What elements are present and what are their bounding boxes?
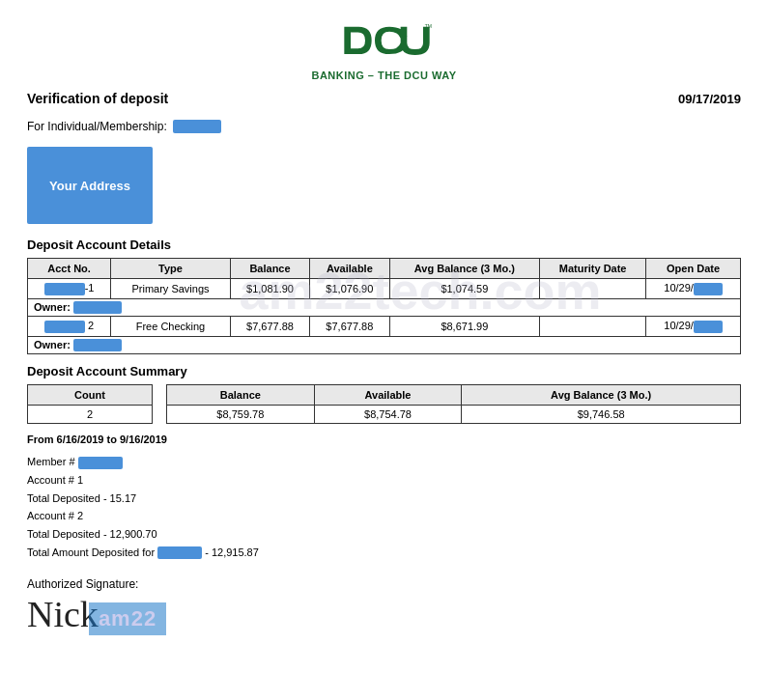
table-row: 2 Free Checking $7,677.88 $7,677.88 $8,6… — [28, 317, 741, 337]
logo-tagline: BANKING – THE DCU WAY — [311, 70, 456, 81]
member-redacted — [78, 457, 123, 469]
table-row: -1 Primary Savings $1,081.90 $1,076.90 $… — [28, 279, 741, 299]
open-date-2: 10/29/ — [646, 317, 741, 337]
summary-avg-header: Avg Balance (3 Mo.) — [462, 385, 741, 406]
available-1: $1,076.90 — [310, 279, 389, 299]
acct-redacted-2 — [44, 321, 85, 333]
membership-redacted — [173, 120, 221, 133]
col-type: Type — [111, 259, 231, 279]
type-2: Free Checking — [111, 317, 231, 337]
logo-area: TM BANKING – THE DCU WAY — [27, 17, 741, 81]
deposit-details-title: Deposit Account Details — [27, 238, 741, 252]
title-row: Verification of deposit 09/17/2019 — [27, 91, 741, 106]
address-label: Your Address — [49, 179, 130, 193]
deposit-details-block: Member # Account # 1 Total Deposited - 1… — [27, 453, 741, 561]
avg-balance-2: $8,671.99 — [389, 317, 540, 337]
col-maturity: Maturity Date — [540, 259, 646, 279]
summary-count-value: 2 — [28, 406, 153, 424]
document-date: 09/17/2019 — [678, 92, 741, 106]
acct-no-1: -1 — [28, 279, 111, 299]
signature-section: Authorized Signature: Nick am22 — [27, 577, 741, 635]
maturity-2 — [540, 317, 646, 337]
available-2: $7,677.88 — [310, 317, 389, 337]
membership-row: For Individual/Membership: — [27, 120, 741, 133]
summary-available-header: Available — [314, 385, 462, 406]
member-line: Member # — [27, 453, 741, 471]
summary-avg-value: $9,746.58 — [462, 406, 741, 424]
summary-row: Count 2 Balance Available Avg Balance (3… — [27, 384, 741, 424]
owner-redacted-2 — [73, 339, 122, 351]
total-deposited-redacted — [157, 546, 202, 559]
acct-no-2: 2 — [28, 317, 111, 337]
acct-redacted-1 — [44, 283, 85, 295]
date-range: From 6/16/2019 to 9/16/2019 — [27, 434, 741, 445]
open-date-1: 10/29/ — [646, 279, 741, 299]
account2-deposited: Total Deposited - 12,900.70 — [27, 525, 741, 544]
owner-row-1: Owner: — [28, 298, 741, 317]
col-available: Available — [310, 259, 389, 279]
signature-cursive: Nick — [27, 593, 99, 635]
summary-available-value: $8,754.78 — [314, 406, 462, 424]
col-acct-no: Acct No. — [28, 259, 111, 279]
account1-label: Account # 1 — [27, 471, 741, 490]
total-deposited-line: Total Amount Deposited for - 12,915.87 — [27, 544, 741, 562]
open-date-redacted-1 — [694, 283, 723, 295]
signature-watermark: am22 — [89, 602, 166, 635]
document-title: Verification of deposit — [27, 91, 168, 106]
account2-label: Account # 2 — [27, 507, 741, 525]
maturity-1 — [540, 279, 646, 299]
deposit-details-table: Acct No. Type Balance Available Avg Bala… — [27, 258, 741, 354]
summary-count-table: Count 2 — [27, 384, 153, 424]
summary-count-table-wrapper: Count 2 — [27, 384, 153, 424]
dcu-logo: TM — [336, 17, 433, 68]
summary-balance-table-wrapper: Balance Available Avg Balance (3 Mo.) $8… — [166, 384, 741, 424]
table-row: 2 — [28, 406, 153, 424]
col-balance: Balance — [230, 259, 309, 279]
open-date-redacted-2 — [694, 321, 723, 333]
balance-1: $1,081.90 — [230, 279, 309, 299]
document-page: TM BANKING – THE DCU WAY Verification of… — [0, 0, 768, 700]
col-open-date: Open Date — [646, 259, 741, 279]
type-1: Primary Savings — [111, 279, 231, 299]
avg-balance-1: $1,074.59 — [389, 279, 540, 299]
balance-2: $7,677.88 — [230, 317, 309, 337]
owner-redacted-1 — [73, 301, 122, 314]
signature-area: Nick am22 — [27, 593, 741, 635]
svg-text:TM: TM — [424, 23, 431, 29]
account1-deposited: Total Deposited - 15.17 — [27, 490, 741, 508]
summary-balance-header: Balance — [167, 385, 315, 406]
col-avg-balance: Avg Balance (3 Mo.) — [389, 259, 540, 279]
summary-balance-value: $8,759.78 — [167, 406, 315, 424]
summary-title: Deposit Account Summary — [27, 364, 741, 378]
table-row: $8,759.78 $8,754.78 $9,746.58 — [167, 406, 741, 424]
summary-balance-table: Balance Available Avg Balance (3 Mo.) $8… — [166, 384, 741, 424]
address-block: Your Address — [27, 147, 153, 224]
summary-count-header: Count — [28, 385, 153, 406]
owner-row-2: Owner: — [28, 336, 741, 354]
authorized-signature-label: Authorized Signature: — [27, 577, 741, 591]
membership-label: For Individual/Membership: — [27, 120, 167, 133]
